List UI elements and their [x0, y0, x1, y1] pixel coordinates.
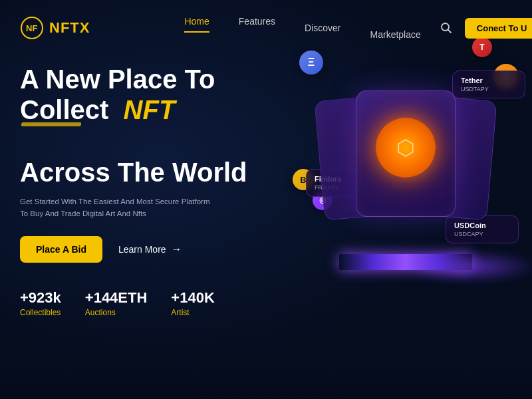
headline-line2: Across The World	[20, 158, 247, 187]
stat-label-collectibles: Collectibles	[20, 308, 61, 317]
nft-orb: ⬡	[376, 118, 436, 178]
search-button[interactable]	[436, 17, 457, 39]
header: NF NFTX Home Features Discover Marketpla…	[0, 0, 532, 44]
stat-number-artists: +140K	[171, 289, 214, 307]
stat-label-artists: Artist	[171, 308, 214, 317]
main-content: A New Place To Collect NFT Across The Wo…	[0, 44, 532, 317]
stat-label-auctions: Auctions	[85, 308, 148, 317]
arrow-right-icon: →	[172, 243, 182, 255]
nft-underline-decoration	[21, 122, 81, 126]
right-section: Ξ T ₿ B ◎ Tether USDTAPY Findora FRA APY…	[299, 37, 512, 317]
cta-row: Place A Bid Learn More →	[20, 236, 299, 263]
search-icon	[440, 22, 452, 34]
left-section: A New Place To Collect NFT Across The Wo…	[20, 57, 299, 317]
svg-line-3	[448, 30, 451, 33]
nav-item-discover[interactable]: Discover	[290, 19, 355, 37]
stat-auctions: +144ETH Auctions	[85, 289, 148, 317]
stat-artists: +140K Artist	[171, 289, 214, 317]
nft-3d-illustration: Ξ T ₿ B ◎ Tether USDTAPY Findora FRA APY…	[286, 31, 525, 297]
stats-row: +923k Collectibles +144ETH Auctions +140…	[20, 289, 299, 317]
eth-coin-icon: Ξ	[299, 51, 323, 74]
svg-text:NF: NF	[26, 23, 37, 33]
nav-item-features[interactable]: Features	[224, 12, 290, 31]
hero-headline: A New Place To Collect NFT Across The Wo…	[20, 64, 299, 188]
connect-button[interactable]: Conect To U	[465, 18, 532, 39]
hero-subtext: Get Started With The Easiest And Most Se…	[20, 196, 213, 220]
nav: Home Features Discover Marketplace	[170, 12, 435, 44]
header-actions: Conect To U	[436, 17, 532, 39]
nav-item-marketplace[interactable]: Marketplace	[356, 25, 436, 44]
learn-more-button[interactable]: Learn More →	[118, 243, 182, 255]
logo-icon: NF	[20, 16, 44, 40]
logo-area: NF NFTX	[20, 16, 90, 40]
place-bid-button[interactable]: Place A Bid	[20, 236, 102, 263]
footer-overlay	[0, 366, 532, 399]
nav-item-home[interactable]: Home	[170, 12, 223, 31]
nft-orb-pattern: ⬡	[396, 135, 415, 160]
hex-platform-area: ⬡	[332, 84, 479, 257]
hex-card-main: ⬡	[356, 90, 456, 217]
platform-light-spread	[406, 250, 532, 283]
brand-name: NFTX	[49, 19, 90, 37]
stat-number-auctions: +144ETH	[85, 289, 148, 307]
stat-collectibles: +923k Collectibles	[20, 289, 61, 317]
stat-number-collectibles: +923k	[20, 289, 61, 307]
